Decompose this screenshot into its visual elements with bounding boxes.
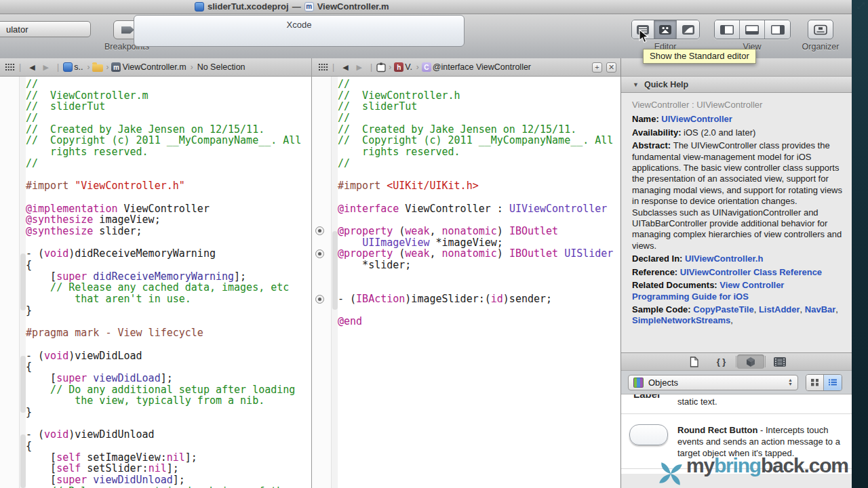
m-file-icon: m	[304, 2, 314, 12]
jumpbar-left: | ◀ ▶ | s.. › › m ViewController.m › No …	[0, 58, 311, 77]
doc-link[interactable]: UIViewController.h	[685, 253, 763, 264]
code-line: [super viewDidUnload];	[26, 474, 301, 486]
code-line: // Copyright (c) 2011 __MyCompanyName__.…	[26, 135, 301, 146]
doc-link[interactable]: UIViewController	[661, 114, 732, 124]
code-line: //	[338, 158, 613, 169]
toggle-navigator-button[interactable]	[715, 20, 740, 39]
field-value: ,	[800, 304, 805, 314]
editor-viewcontroller-m[interactable]: //// ViewController.m// sliderTut//// Cr…	[0, 77, 311, 488]
field-label: Sample Code:	[632, 304, 693, 314]
activity-viewer: Xcode	[134, 15, 465, 47]
xcode-window: sliderTut.xcodeproj — m ViewController.m…	[0, 0, 852, 488]
field-value: The UIViewController class provides the …	[632, 140, 842, 251]
library-group-value: Objects	[648, 378, 678, 388]
doc-link[interactable]: ListAdder	[759, 304, 800, 314]
code-line	[26, 169, 301, 181]
close-assistant-button[interactable]: ✕	[606, 62, 616, 73]
quick-help-context: ViewController : UIViewController	[632, 100, 844, 110]
toggle-utilities-button[interactable]	[765, 20, 790, 39]
related-items-icon[interactable]	[5, 64, 15, 71]
doc-link[interactable]: CopyPasteTile	[693, 304, 753, 314]
related-items-icon[interactable]	[319, 64, 328, 71]
quick-help-fields: Name: UIViewControllerAvailability: iOS …	[632, 114, 844, 326]
code-line	[338, 282, 613, 293]
doc-link[interactable]: SimpleNetworkStreams	[632, 315, 730, 325]
item-title: Round Rect Button	[677, 425, 757, 435]
folder-icon[interactable]	[92, 64, 103, 72]
scheme-selector[interactable]: ulator	[0, 21, 91, 37]
doc-link[interactable]: NavBar	[805, 304, 836, 314]
quick-help-header[interactable]: ▼ Quick Help	[621, 77, 852, 93]
code-line: }	[26, 407, 301, 418]
forward-button[interactable]: ▶	[43, 63, 49, 72]
assistant-editor-button[interactable]	[654, 20, 677, 39]
code-snippet-icon: { }	[717, 357, 726, 367]
fold-segment[interactable]	[20, 253, 26, 310]
desktop-background: ⤢	[852, 0, 868, 488]
code-line	[338, 192, 613, 203]
watermark-highlight: bring	[714, 454, 761, 476]
list-item-label-partial[interactable]: Label static text.	[621, 394, 852, 414]
toggle-debug-area-button[interactable]	[740, 20, 765, 39]
scheme-text: ulator	[6, 24, 28, 35]
editor-viewcontroller-h[interactable]: //// ViewController.h// sliderTut//// Cr…	[312, 77, 620, 488]
fold-segment[interactable]	[20, 434, 26, 488]
connection-well-icon[interactable]	[315, 249, 324, 258]
code-line: //	[338, 113, 613, 124]
watermark-text: mybringback.com	[686, 450, 848, 488]
library-group-dropdown[interactable]: Objects ▲▼	[628, 375, 798, 390]
connection-well-icon[interactable]	[315, 295, 324, 304]
version-editor-button[interactable]	[677, 20, 699, 39]
chevron-right-icon: ›	[416, 62, 419, 72]
organizer-button[interactable]	[808, 20, 833, 39]
code-line	[26, 237, 301, 249]
code-line	[338, 305, 613, 317]
code-line: [self setSlider:nil];	[26, 463, 301, 474]
file-templates-button[interactable]	[681, 354, 708, 369]
quick-help-title: Quick Help	[644, 80, 688, 89]
code-line: // Created by Jake Jensen on 12/15/11.	[338, 124, 613, 136]
media-library-button[interactable]	[766, 354, 793, 369]
grid-view-button[interactable]	[806, 375, 824, 390]
add-assistant-button[interactable]: +	[592, 62, 602, 73]
code-area[interactable]: //// ViewController.h// sliderTut//// Cr…	[338, 79, 613, 327]
quick-help-content: ViewController : UIViewController Name: …	[621, 93, 852, 352]
breadcrumb-project[interactable]: s..	[74, 62, 83, 72]
code-line: // sliderTut	[338, 101, 613, 113]
breadcrumb-file[interactable]: V.	[405, 62, 412, 72]
list-view-button[interactable]	[824, 375, 842, 390]
doc-link[interactable]: UIViewController Class Reference	[680, 267, 822, 277]
breadcrumb-file[interactable]: ViewController.m	[122, 62, 186, 72]
code-snippets-button[interactable]: { }	[708, 354, 735, 369]
quick-help-field: Reference: UIViewController Class Refere…	[632, 267, 844, 278]
version-editor-icon	[682, 25, 694, 35]
library-bar: { }	[621, 352, 852, 371]
counterparts-icon[interactable]	[376, 62, 386, 73]
titlebar[interactable]: sliderTut.xcodeproj — m ViewController.m	[0, 0, 852, 14]
mybringback-logo-icon	[656, 459, 685, 488]
code-line: - (void)didReceiveMemoryWarning	[26, 248, 301, 260]
code-line: @property (weak, nonatomic) IBOutlet	[338, 226, 613, 237]
disclosure-triangle-icon[interactable]: ▼	[633, 81, 639, 88]
code-area[interactable]: //// ViewController.m// sliderTut//// Cr…	[26, 79, 301, 488]
breadcrumb-symbol[interactable]: @interface ViewController	[433, 62, 531, 72]
back-button[interactable]: ◀	[29, 63, 35, 72]
fold-segment[interactable]	[20, 356, 26, 413]
view-segmented-control	[714, 20, 791, 39]
editor-divider[interactable]	[311, 58, 312, 488]
back-button[interactable]: ◀	[342, 63, 348, 72]
field-label: Declared In:	[632, 253, 685, 264]
code-line: // ViewController.m	[26, 90, 301, 102]
forward-button[interactable]: ▶	[357, 63, 362, 72]
objects-library-button[interactable]	[737, 354, 764, 369]
code-line: that aren't in use.	[26, 293, 301, 305]
library-filter-row: Objects ▲▼	[621, 371, 852, 394]
code-line	[26, 339, 301, 350]
fold-segment[interactable]	[332, 231, 338, 310]
field-value: ,	[754, 304, 759, 314]
breadcrumb-selection[interactable]: No Selection	[197, 62, 245, 72]
divider: |	[57, 62, 59, 72]
code-line: // Created by Jake Jensen on 12/15/11.	[26, 124, 301, 136]
code-line: #pragma mark - View lifecycle	[26, 327, 301, 339]
project-icon	[63, 62, 73, 72]
